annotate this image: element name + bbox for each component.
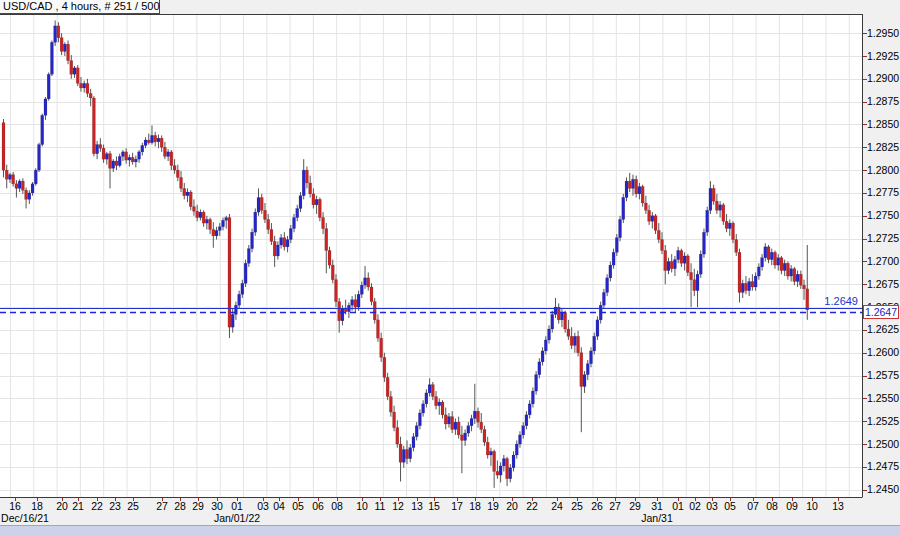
time-axis-label: 17 [451, 500, 463, 512]
time-axis-label: 22 [526, 500, 538, 512]
time-axis-label: 08 [766, 500, 778, 512]
chart-window: USD/CAD , 4 hours, # 251 / 500 1.29501.2… [0, 0, 900, 535]
time-axis-label: 10 [356, 500, 368, 512]
price-axis-label: 1.2625 [867, 324, 900, 335]
price-axis-label: 1.2550 [867, 393, 900, 404]
time-axis-label: 18 [469, 500, 481, 512]
time-axis-label: 31 [651, 500, 663, 512]
time-axis-label: 30 [211, 500, 223, 512]
time-axis-label: 11 [375, 500, 386, 512]
price-level-label: 1.2649 [788, 295, 858, 307]
time-axis-label: 05 [724, 500, 736, 512]
price-axis-label: 1.2475 [867, 461, 900, 472]
time-axis-label: 28 [174, 500, 186, 512]
window-bottom-bar [0, 525, 900, 535]
price-axis-label: 1.2450 [867, 484, 900, 495]
price-axis-label: 1.2825 [867, 142, 900, 153]
time-axis-label: 03 [706, 500, 718, 512]
price-axis-label: 1.2875 [867, 96, 900, 107]
time-axis-label: 21 [72, 500, 84, 512]
price-axis-label: 1.2525 [867, 416, 900, 427]
time-axis-label: 05 [292, 500, 304, 512]
month-axis-label: Jan/31 [641, 512, 673, 524]
time-axis-label: 13 [411, 500, 423, 512]
price-axis-label: 1.2800 [867, 165, 900, 176]
price-axis-label: 1.2675 [867, 279, 900, 290]
time-axis-label: 29 [192, 500, 204, 512]
time-axis-label: 19 [487, 500, 499, 512]
price-axis-label: 1.2850 [867, 119, 900, 130]
time-axis-label: 22 [91, 500, 103, 512]
time-axis-label: 12 [392, 500, 404, 512]
price-chart-svg[interactable] [0, 0, 900, 535]
time-axis-label: 27 [156, 500, 168, 512]
time-axis-label: 24 [551, 500, 563, 512]
time-axis-label: 09 [786, 500, 798, 512]
time-axis-label: 13 [832, 500, 844, 512]
time-axis-label: 01 [672, 500, 684, 512]
time-axis-label: 08 [331, 500, 343, 512]
price-axis-label: 1.2750 [867, 210, 900, 221]
time-axis-label: 25 [571, 500, 583, 512]
chart-title: USD/CAD , 4 hours, # 251 / 500 [0, 0, 160, 14]
price-axis-label: 1.2775 [867, 187, 900, 198]
chart-title-text: USD/CAD , 4 hours, # 251 / 500 [3, 0, 160, 12]
price-axis-label: 1.2500 [867, 439, 900, 450]
time-axis-label: 07 [747, 500, 759, 512]
price-axis-label: 1.2900 [867, 73, 900, 84]
time-axis-label: 29 [629, 500, 641, 512]
time-axis-label: 10 [806, 500, 818, 512]
price-axis-label: 1.2575 [867, 370, 900, 381]
month-axis-label: Dec/16/21 [1, 512, 49, 524]
time-axis-label: 06 [312, 500, 324, 512]
price-axis-label: 1.2725 [867, 233, 900, 244]
time-axis-label: 27 [609, 500, 621, 512]
price-axis-label: 1.2700 [867, 256, 900, 267]
time-axis-label: 16 [9, 500, 21, 512]
time-axis-label: 01 [231, 500, 243, 512]
time-axis-label: 20 [56, 500, 68, 512]
price-axis-label: 1.2925 [867, 51, 900, 62]
time-axis-label: 02 [689, 500, 701, 512]
time-axis-label: 25 [127, 500, 139, 512]
time-axis-label: 20 [506, 500, 518, 512]
time-axis-label: 18 [31, 500, 43, 512]
time-axis-label: 03 [257, 500, 269, 512]
price-axis-label: 1.2600 [867, 347, 900, 358]
time-axis-label: 23 [109, 500, 121, 512]
current-price-label: 1.2647 [863, 305, 899, 319]
month-axis-label: Jan/01/22 [214, 512, 260, 524]
time-axis-label: 26 [591, 500, 603, 512]
time-axis-label: 04 [273, 500, 285, 512]
price-axis-label: 1.2950 [867, 28, 900, 39]
time-axis-label: 15 [428, 500, 440, 512]
